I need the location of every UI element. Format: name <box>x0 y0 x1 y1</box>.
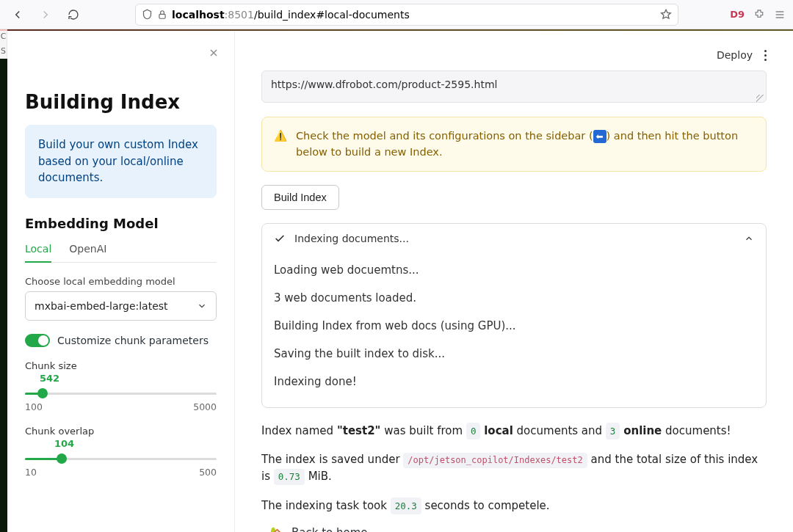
nav-back-button[interactable] <box>7 4 28 25</box>
deploy-button[interactable]: Deploy <box>717 49 753 61</box>
tab-openai[interactable]: OpenAI <box>69 240 106 262</box>
chevron-up-icon <box>744 233 754 244</box>
chunk-size-min: 100 <box>25 401 43 412</box>
embedding-heading: Embedding Model <box>25 216 217 231</box>
tab-local[interactable]: Local <box>25 240 51 262</box>
chunk-size-track[interactable] <box>25 387 217 400</box>
chunk-overlap-thumb[interactable] <box>57 453 67 464</box>
chunk-overlap-slider: Chunk overlap 104 10 500 <box>25 426 217 478</box>
choose-model-label: Choose local embedding model <box>25 276 217 287</box>
log-line: Building Index from web docs (using GPU)… <box>274 312 754 340</box>
config-warning-text: Check the model and its configurations o… <box>296 128 754 161</box>
indexing-expander: Indexing documents... Loading web docuem… <box>261 223 767 408</box>
background-window-sliver: CS <box>0 29 7 59</box>
chevron-down-icon <box>197 301 207 311</box>
svg-rect-0 <box>159 14 165 18</box>
back-to-home-link[interactable]: 🏡 Back to home <box>261 526 767 532</box>
model-select-value: mxbai-embed-large:latest <box>35 300 168 312</box>
streamlit-app: Building Index Build your own custom Ind… <box>7 31 793 532</box>
result-summary-3: The indexing task took 20.3 seconds to c… <box>261 498 767 514</box>
back-to-home-label: Back to home <box>292 526 368 532</box>
home-icon: 🏡 <box>270 526 284 532</box>
check-icon <box>274 233 286 244</box>
shield-icon <box>142 9 153 20</box>
indexing-expander-header[interactable]: Indexing documents... <box>262 224 766 253</box>
sidebar: Building Index Build your own custom Ind… <box>7 31 235 532</box>
app-menu-icon[interactable] <box>774 9 786 21</box>
chunk-size-value: 542 <box>40 373 217 384</box>
log-line: Indexing done! <box>274 368 754 396</box>
url-text: localhost:8501/build_index#local-documen… <box>172 9 410 21</box>
chunk-size-max: 5000 <box>193 401 217 412</box>
extension-badge[interactable]: D9 <box>730 9 745 20</box>
chunk-overlap-min: 10 <box>25 467 37 478</box>
chunk-size-thumb[interactable] <box>37 388 48 398</box>
warning-icon: ⚠️ <box>274 128 287 161</box>
url-bar[interactable]: localhost:8501/build_index#local-documen… <box>135 4 678 26</box>
extensions-icon[interactable] <box>753 9 765 21</box>
left-arrow-icon: ⬅ <box>593 130 606 143</box>
customize-chunk-label: Customize chunk parameters <box>57 335 209 346</box>
browser-toolbar: localhost:8501/build_index#local-documen… <box>0 0 793 29</box>
main-content: Deploy ⚠️ Check the model and its config… <box>235 31 793 532</box>
log-line: Loading web docuemtns... <box>274 256 754 284</box>
log-line: 3 web documents loaded. <box>274 284 754 312</box>
bookmark-star-icon[interactable] <box>660 9 672 21</box>
lock-icon <box>157 10 167 20</box>
indexing-expander-title: Indexing documents... <box>294 233 409 244</box>
chunk-size-label: Chunk size <box>25 360 217 371</box>
nav-reload-button[interactable] <box>63 4 84 25</box>
nav-forward-button[interactable] <box>35 4 56 25</box>
chunk-overlap-value: 104 <box>54 438 217 449</box>
log-line: Saving the built index to disk... <box>274 340 754 368</box>
chunk-size-slider: Chunk size 542 100 5000 <box>25 360 217 412</box>
app-menu-button[interactable] <box>764 50 767 61</box>
customize-chunk-toggle[interactable] <box>25 334 50 347</box>
chunk-overlap-max: 500 <box>199 467 217 478</box>
result-summary-2: The index is saved under /opt/jetson_cop… <box>261 451 767 486</box>
sidebar-title: Building Index <box>25 91 217 113</box>
chunk-overlap-label: Chunk overlap <box>25 426 217 437</box>
result-summary-1: Index named "test2" was built from 0 loc… <box>261 423 767 440</box>
model-select[interactable]: mxbai-embed-large:latest <box>25 291 217 321</box>
config-warning: ⚠️ Check the model and its configuration… <box>261 117 767 172</box>
sidebar-collapse-button[interactable] <box>208 47 220 61</box>
sidebar-info-box: Build your own custom Index based on you… <box>25 125 217 198</box>
chunk-overlap-track[interactable] <box>25 452 217 465</box>
build-index-button[interactable]: Build Index <box>261 185 339 210</box>
embedding-tabs: Local OpenAI <box>25 240 217 263</box>
url-textarea[interactable] <box>261 70 767 103</box>
indexing-log: Loading web docuemtns...3 web documents … <box>262 253 766 407</box>
app-topbar: Deploy <box>261 44 767 66</box>
